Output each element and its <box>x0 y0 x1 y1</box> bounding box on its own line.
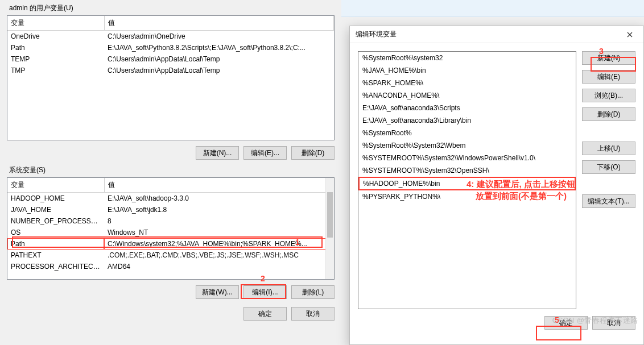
delete-button[interactable]: 删除(D) <box>582 107 635 121</box>
cell-var: Path <box>7 238 104 250</box>
col-var-s[interactable]: 变量 <box>7 178 104 193</box>
list-item[interactable]: E:\JAVA_soft\anaconda3\Library\bin <box>358 114 576 127</box>
sys-edit-button[interactable]: 编辑(I)... <box>243 285 287 299</box>
table-row[interactable]: PathE:\JAVA_soft\Python3.8.2\Scripts\;E:… <box>7 42 334 53</box>
cell-var: OS <box>7 227 104 238</box>
list-item[interactable]: %SystemRoot%\system32 <box>358 52 576 64</box>
table-row[interactable]: OneDriveC:\Users\admin\OneDrive <box>7 31 334 43</box>
cell-var: TEMP <box>7 53 104 65</box>
ok-button[interactable]: 确定 <box>544 316 588 330</box>
table-row[interactable]: OSWindows_NT <box>7 227 334 238</box>
move-down-button[interactable]: 下移(O) <box>582 160 635 174</box>
user-vars-label: admin 的用户变量(U) <box>7 2 335 15</box>
envvars-cancel-button[interactable]: 取消 <box>291 307 335 321</box>
table-row[interactable]: PROCESSOR_ARCHITECT...AMD64 <box>7 261 334 272</box>
cell-val: C:\Windows\system32;%JAVA_HOME%\bin;%SPA… <box>104 238 334 250</box>
cell-var: OneDrive <box>7 31 104 43</box>
cell-var: PROCESSOR_ARCHITECT... <box>7 261 104 272</box>
cell-var: HADOOP_HOME <box>7 193 104 205</box>
list-item[interactable]: %SYSTEMROOT%\System32\OpenSSH\ <box>358 164 576 177</box>
browse-button[interactable]: 浏览(B)... <box>582 89 635 102</box>
list-item[interactable]: %PYSPARK_PYTHON%\ <box>358 190 576 203</box>
list-item[interactable]: %SPARK_HOME%\ <box>358 77 576 89</box>
cell-val: .COM;.EXE;.BAT;.CMD;.VBS;.VBE;.JS;.JSE;.… <box>104 250 334 261</box>
table-row[interactable]: JAVA_HOMEE:\JAVA_soft\jdk1.8 <box>7 204 334 215</box>
col-val-s[interactable]: 值 <box>104 178 334 193</box>
new-button[interactable]: 新建(N) <box>582 51 635 65</box>
table-row[interactable]: PATHEXT.COM;.EXE;.BAT;.CMD;.VBS;.VBE;.JS… <box>7 250 334 261</box>
list-item[interactable]: %SystemRoot%\System32\Wbem <box>358 139 576 152</box>
cell-var: JAVA_HOME <box>7 204 104 215</box>
close-icon[interactable] <box>617 27 642 43</box>
dialog-title: 编辑环境变量 <box>356 30 397 39</box>
cancel-button[interactable]: 取消 <box>592 316 635 330</box>
list-item[interactable]: %JAVA_HOME%\bin <box>358 64 576 77</box>
col-var[interactable]: 变量 <box>7 16 104 31</box>
table-row[interactable]: NUMBER_OF_PROCESSORS8 <box>7 215 334 227</box>
sys-new-button[interactable]: 新建(W)... <box>196 285 239 299</box>
user-vars-group: admin 的用户变量(U) 变量 值 OneDriveC:\Users\adm… <box>7 2 335 162</box>
sys-scrollbar[interactable] <box>325 178 334 279</box>
cell-val: C:\Users\admin\AppData\Local\Temp <box>104 53 334 65</box>
list-item[interactable]: E:\JAVA_soft\anaconda3\Scripts <box>358 102 576 114</box>
cell-val: E:\JAVA_soft\jdk1.8 <box>104 204 334 215</box>
table-row[interactable]: PathC:\Windows\system32;%JAVA_HOME%\bin;… <box>7 238 334 250</box>
env-vars-dialog: admin 的用户变量(U) 变量 值 OneDriveC:\Users\adm… <box>0 0 341 345</box>
cell-val: E:\JAVA_soft\hadoop-3.3.0 <box>104 193 334 205</box>
cell-val: C:\Users\admin\OneDrive <box>104 31 334 43</box>
system-vars-group: 系统变量(S) 变量 值 HADOOP_HOMEE:\JAVA_soft\had… <box>7 164 335 301</box>
list-item[interactable]: %ANACONDA_HOME%\ <box>358 89 576 102</box>
table-row[interactable]: TMPC:\Users\admin\AppData\Local\Temp <box>7 65 334 76</box>
sys-del-button[interactable]: 删除(L) <box>291 285 335 299</box>
cell-val: E:\JAVA_soft\Python3.8.2\Scripts\;E:\JAV… <box>104 42 334 53</box>
path-entries-list[interactable]: %SystemRoot%\system32%JAVA_HOME%\bin%SPA… <box>358 51 576 309</box>
cell-val: C:\Users\admin\AppData\Local\Temp <box>104 65 334 76</box>
edit-text-button[interactable]: 编辑文本(T)... <box>582 194 635 208</box>
table-row[interactable]: HADOOP_HOMEE:\JAVA_soft\hadoop-3.3.0 <box>7 193 334 205</box>
cell-val: 8 <box>104 215 334 227</box>
cell-var: PATHEXT <box>7 250 104 261</box>
user-edit-button[interactable]: 编辑(E)... <box>243 146 287 160</box>
list-item[interactable]: %SYSTEMROOT%\System32\WindowsPowerShell\… <box>358 152 576 164</box>
list-item[interactable]: %SystemRoot% <box>358 127 576 139</box>
cell-val: AMD64 <box>104 261 334 272</box>
system-vars-list[interactable]: 变量 值 HADOOP_HOMEE:\JAVA_soft\hadoop-3.3.… <box>7 177 335 280</box>
edit-env-var-dialog: 编辑环境变量 %SystemRoot%\system32%JAVA_HOME%\… <box>349 26 644 345</box>
cell-val: Windows_NT <box>104 227 334 238</box>
user-new-button[interactable]: 新建(N)... <box>196 146 239 160</box>
col-val[interactable]: 值 <box>104 16 334 31</box>
list-item[interactable]: %HADOOP_HOME%\bin <box>358 177 576 190</box>
envvars-ok-button[interactable]: 确定 <box>243 307 287 321</box>
system-vars-label: 系统变量(S) <box>7 164 335 177</box>
bg-explorer-strip: 2021/10/11 0:09 文件夹 <box>341 0 644 17</box>
table-row[interactable]: TEMPC:\Users\admin\AppData\Local\Temp <box>7 53 334 65</box>
edit-button[interactable]: 编辑(E) <box>582 70 635 84</box>
move-up-button[interactable]: 上移(U) <box>582 142 635 155</box>
titlebar[interactable]: 编辑环境变量 <box>350 26 643 43</box>
cell-var: NUMBER_OF_PROCESSORS <box>7 215 104 227</box>
cell-var: TMP <box>7 65 104 76</box>
user-vars-list[interactable]: 变量 值 OneDriveC:\Users\admin\OneDrivePath… <box>7 15 335 140</box>
user-del-button[interactable]: 删除(D) <box>291 146 335 160</box>
cell-var: Path <box>7 42 104 53</box>
